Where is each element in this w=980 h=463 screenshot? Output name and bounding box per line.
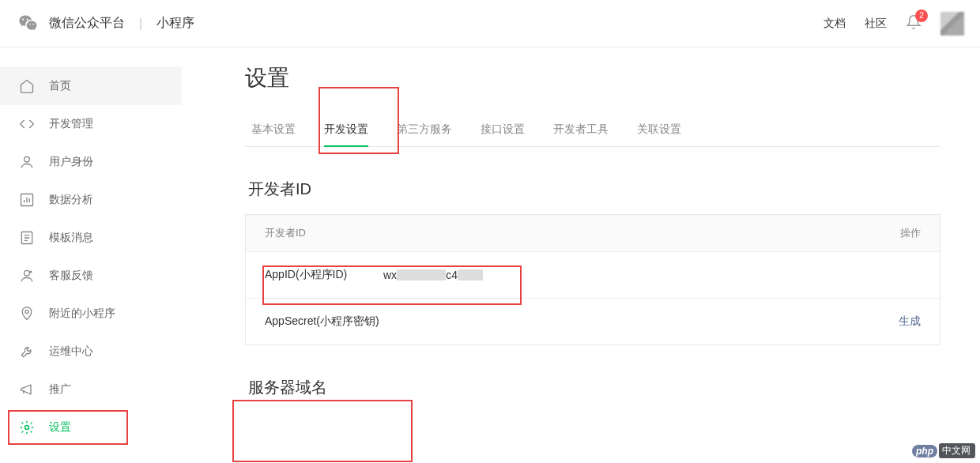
logo-block: 微信公众平台 | 小程序 bbox=[16, 11, 194, 36]
section-title-devid: 开发者ID bbox=[245, 179, 940, 200]
section-title-domain: 服务器域名 bbox=[245, 377, 940, 398]
sidebar-item-label: 模板消息 bbox=[49, 231, 93, 245]
sidebar-item-home[interactable]: 首页 bbox=[0, 67, 182, 105]
sidebar: 首页 开发管理 用户身份 数据分析 模板消息 客服反馈 附近的小程序 运维中心 bbox=[0, 47, 182, 463]
row-action: 生成 bbox=[873, 314, 921, 329]
header-right: 文档 社区 2 bbox=[824, 12, 964, 36]
sidebar-item-label: 附近的小程序 bbox=[49, 307, 115, 321]
watermark-brand: php bbox=[912, 445, 937, 457]
megaphone-icon bbox=[19, 382, 35, 397]
sub-name: 小程序 bbox=[156, 15, 194, 32]
sidebar-item-settings[interactable]: 设置 bbox=[0, 408, 182, 446]
link-docs[interactable]: 文档 bbox=[824, 17, 846, 31]
sidebar-item-label: 首页 bbox=[49, 79, 71, 93]
header: 微信公众平台 | 小程序 文档 社区 2 bbox=[0, 0, 980, 47]
sidebar-item-analytics[interactable]: 数据分析 bbox=[0, 181, 182, 219]
sidebar-item-label: 推广 bbox=[49, 382, 71, 397]
sidebar-item-template[interactable]: 模板消息 bbox=[0, 219, 182, 257]
link-community[interactable]: 社区 bbox=[865, 17, 887, 31]
section-devid: 开发者ID 操作 AppID(小程序ID) wxc4 AppSecret(小程序… bbox=[245, 214, 940, 345]
sidebar-item-label: 运维中心 bbox=[49, 344, 93, 359]
watermark: php 中文网 bbox=[912, 443, 975, 458]
svg-point-6 bbox=[25, 426, 29, 430]
generate-link[interactable]: 生成 bbox=[899, 314, 921, 327]
sidebar-item-label: 设置 bbox=[49, 420, 71, 435]
tab-relation[interactable]: 关联设置 bbox=[637, 113, 681, 146]
row-value: wxc4 bbox=[383, 269, 873, 281]
row-label: AppSecret(小程序密钥) bbox=[265, 314, 383, 329]
tabs: 基本设置 开发设置 第三方服务 接口设置 开发者工具 关联设置 bbox=[245, 113, 940, 147]
sidebar-item-support[interactable]: 客服反馈 bbox=[0, 257, 182, 295]
support-icon bbox=[19, 268, 35, 284]
content: 设置 基本设置 开发设置 第三方服务 接口设置 开发者工具 关联设置 开发者ID… bbox=[182, 47, 980, 463]
user-icon bbox=[19, 154, 35, 170]
code-icon bbox=[19, 116, 35, 132]
svg-point-3 bbox=[24, 270, 30, 276]
sidebar-item-ops[interactable]: 运维中心 bbox=[0, 333, 182, 371]
page-title: 设置 bbox=[245, 63, 940, 93]
redacted-icon bbox=[397, 269, 446, 280]
col-id: 开发者ID bbox=[265, 226, 873, 240]
tab-dev[interactable]: 开发设置 bbox=[324, 113, 368, 146]
sidebar-item-promo[interactable]: 推广 bbox=[0, 371, 182, 408]
sidebar-item-label: 客服反馈 bbox=[49, 269, 93, 283]
template-icon bbox=[19, 230, 35, 246]
row-label: AppID(小程序ID) bbox=[265, 268, 383, 282]
table-head: 开发者ID 操作 bbox=[246, 215, 940, 251]
svg-point-0 bbox=[24, 156, 30, 162]
col-action: 操作 bbox=[873, 226, 921, 240]
location-icon bbox=[19, 306, 35, 322]
notifications-button[interactable]: 2 bbox=[906, 14, 922, 33]
notification-badge: 2 bbox=[915, 9, 928, 22]
tab-api[interactable]: 接口设置 bbox=[481, 113, 525, 146]
gear-icon bbox=[19, 420, 35, 435]
wrench-icon bbox=[19, 344, 35, 359]
row-appid: AppID(小程序ID) wxc4 bbox=[246, 251, 940, 298]
avatar[interactable] bbox=[940, 12, 964, 36]
divider: | bbox=[139, 17, 142, 31]
sidebar-item-nearby[interactable]: 附近的小程序 bbox=[0, 295, 182, 333]
row-appsecret: AppSecret(小程序密钥) 生成 bbox=[246, 298, 940, 344]
watermark-site: 中文网 bbox=[939, 443, 975, 458]
sidebar-item-label: 开发管理 bbox=[49, 117, 93, 131]
tab-thirdparty[interactable]: 第三方服务 bbox=[397, 113, 452, 146]
wechat-logo-icon bbox=[16, 11, 41, 36]
svg-point-4 bbox=[30, 271, 32, 273]
sidebar-item-dev[interactable]: 开发管理 bbox=[0, 105, 182, 143]
redacted-icon bbox=[458, 269, 483, 280]
sidebar-item-label: 用户身份 bbox=[49, 155, 93, 169]
tab-devtools[interactable]: 开发者工具 bbox=[553, 113, 609, 146]
svg-point-5 bbox=[25, 310, 28, 313]
sidebar-item-label: 数据分析 bbox=[49, 193, 93, 207]
home-icon bbox=[19, 78, 35, 94]
tab-basic[interactable]: 基本设置 bbox=[251, 113, 296, 146]
sidebar-item-user[interactable]: 用户身份 bbox=[0, 143, 182, 181]
chart-icon bbox=[19, 192, 35, 208]
platform-name: 微信公众平台 bbox=[49, 15, 125, 32]
